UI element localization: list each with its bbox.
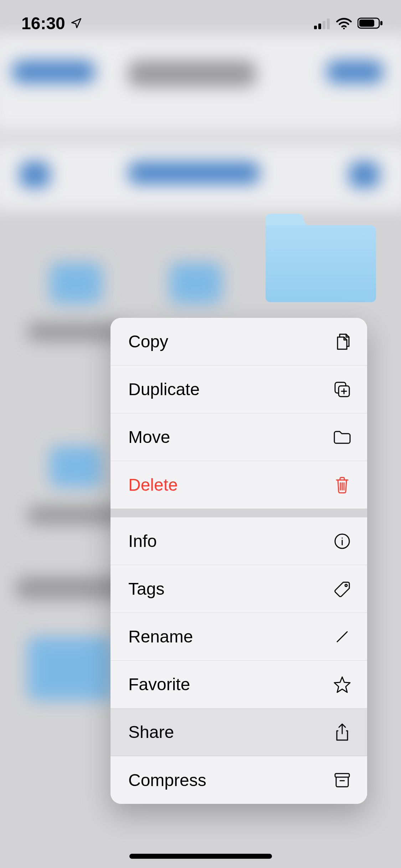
info-icon bbox=[333, 532, 351, 551]
svg-rect-1 bbox=[318, 24, 321, 29]
tag-icon bbox=[333, 580, 351, 598]
menu-item-move[interactable]: Move bbox=[110, 413, 367, 461]
location-icon bbox=[70, 14, 82, 33]
trash-icon bbox=[333, 476, 351, 494]
menu-item-delete[interactable]: Delete bbox=[110, 461, 367, 509]
battery-icon bbox=[358, 14, 383, 33]
wifi-icon bbox=[336, 14, 352, 33]
svg-rect-0 bbox=[314, 26, 317, 29]
folder-icon bbox=[333, 428, 351, 446]
menu-item-label: Info bbox=[128, 531, 157, 551]
menu-item-label: Share bbox=[128, 722, 174, 742]
pencil-icon bbox=[333, 627, 351, 646]
menu-item-label: Favorite bbox=[128, 675, 190, 694]
menu-item-label: Compress bbox=[128, 770, 206, 790]
svg-point-10 bbox=[342, 537, 343, 538]
share-icon bbox=[333, 723, 351, 742]
status-bar: 16:30 bbox=[0, 0, 401, 46]
svg-rect-3 bbox=[327, 19, 330, 29]
cell-signal-icon bbox=[314, 14, 330, 33]
copy-icon bbox=[333, 332, 351, 351]
menu-item-info[interactable]: Info bbox=[110, 517, 367, 565]
svg-rect-6 bbox=[359, 20, 374, 27]
menu-item-label: Delete bbox=[128, 475, 178, 495]
duplicate-icon bbox=[333, 380, 351, 399]
folder-preview[interactable] bbox=[266, 214, 376, 302]
menu-item-label: Copy bbox=[128, 332, 168, 351]
archive-icon bbox=[333, 771, 351, 789]
svg-rect-12 bbox=[335, 774, 349, 777]
svg-point-11 bbox=[345, 584, 347, 587]
menu-item-label: Duplicate bbox=[128, 379, 200, 399]
menu-item-share[interactable]: Share bbox=[110, 708, 367, 756]
menu-separator bbox=[110, 509, 367, 517]
menu-item-label: Tags bbox=[128, 579, 164, 599]
home-indicator bbox=[129, 854, 272, 859]
svg-rect-7 bbox=[380, 21, 382, 25]
menu-item-copy[interactable]: Copy bbox=[110, 318, 367, 366]
menu-item-label: Move bbox=[128, 427, 170, 447]
context-menu: Copy Duplicate Move Del bbox=[110, 318, 367, 804]
menu-item-duplicate[interactable]: Duplicate bbox=[110, 366, 367, 413]
menu-item-compress[interactable]: Compress bbox=[110, 756, 367, 804]
status-time: 16:30 bbox=[21, 14, 65, 33]
menu-item-rename[interactable]: Rename bbox=[110, 613, 367, 661]
svg-rect-2 bbox=[323, 21, 325, 29]
star-icon bbox=[333, 675, 351, 694]
menu-item-tags[interactable]: Tags bbox=[110, 565, 367, 613]
menu-item-label: Rename bbox=[128, 627, 193, 646]
menu-item-favorite[interactable]: Favorite bbox=[110, 661, 367, 708]
svg-point-4 bbox=[343, 27, 345, 29]
